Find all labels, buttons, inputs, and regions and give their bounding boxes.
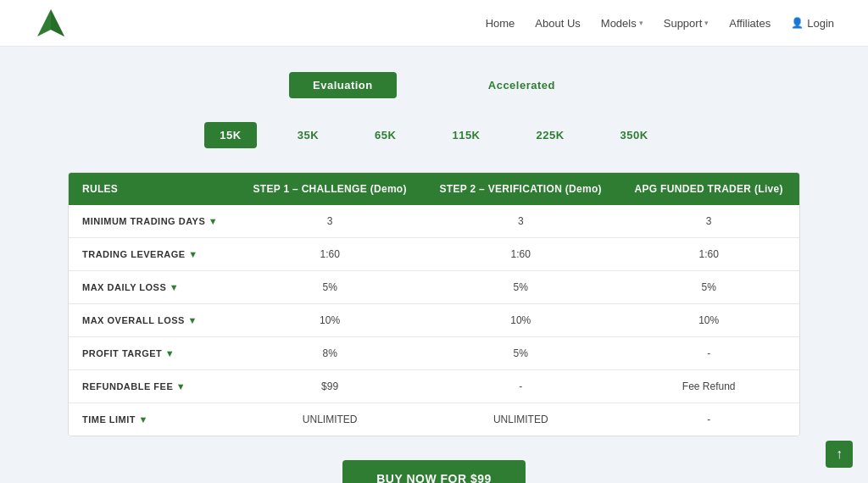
nav: Home About Us Models ▾ Support ▾ Affilia… <box>486 17 834 30</box>
models-dropdown-icon: ▾ <box>639 19 643 27</box>
cell-max-overall-loss-step2: 10% <box>423 304 618 337</box>
cell-trading-leverage-step1: 1:60 <box>236 238 423 271</box>
cell-time-limit-step2: UNLIMITED <box>423 403 618 436</box>
amount-15k[interactable]: 15K <box>204 122 256 148</box>
amount-115k[interactable]: 115K <box>437 122 495 148</box>
cell-refundable-fee-step1: $99 <box>236 370 423 403</box>
cell-max-overall-loss-funded: 10% <box>618 304 799 337</box>
user-icon: 👤 <box>791 17 804 29</box>
row-label-profit-target[interactable]: PROFIT TARGET ▼ <box>69 337 236 370</box>
col-header-rules: RULES <box>69 173 236 205</box>
nav-about[interactable]: About Us <box>535 17 580 30</box>
rules-table-wrapper: RULES STEP 1 – CHALLENGE (Demo) STEP 2 –… <box>68 172 800 436</box>
cell-max-overall-loss-step1: 10% <box>236 304 423 337</box>
nav-affiliates[interactable]: Affiliates <box>729 17 771 30</box>
profit-target-arrow: ▼ <box>165 348 175 358</box>
cell-time-limit-funded: - <box>618 403 799 436</box>
table-row: PROFIT TARGET ▼ 8% 5% - <box>69 337 799 370</box>
table-row: MINIMUM TRADING DAYS ▼ 3 3 3 <box>69 205 799 238</box>
table-row: MAX OVERALL LOSS ▼ 10% 10% 10% <box>69 304 799 337</box>
support-dropdown-icon: ▾ <box>704 19 709 27</box>
col-header-funded: APG FUNDED TRADER (Live) <box>618 173 799 205</box>
cell-trading-leverage-funded: 1:60 <box>618 238 799 271</box>
cell-min-trading-days-step2: 3 <box>423 205 618 238</box>
amount-225k[interactable]: 225K <box>521 122 580 148</box>
buy-now-button[interactable]: BUY NOW FOR $99 <box>342 460 526 483</box>
trading-leverage-arrow: ▼ <box>188 249 198 259</box>
table-row: TIME LIMIT ▼ UNLIMITED UNLIMITED - <box>69 403 799 436</box>
amount-65k[interactable]: 65K <box>359 122 411 148</box>
row-label-max-daily-loss[interactable]: MAX DAILY LOSS ▼ <box>69 271 236 304</box>
max-overall-loss-arrow: ▼ <box>187 315 197 325</box>
col-header-step2: STEP 2 – VERIFICATION (Demo) <box>423 173 618 205</box>
header: Home About Us Models ▾ Support ▾ Affilia… <box>0 0 868 47</box>
login-link[interactable]: 👤 Login <box>791 17 834 30</box>
cell-trading-leverage-step2: 1:60 <box>423 238 618 271</box>
amount-row: 15K 35K 65K 115K 225K 350K <box>68 122 800 148</box>
row-label-time-limit[interactable]: TIME LIMIT ▼ <box>69 403 236 436</box>
amount-350k[interactable]: 350K <box>605 122 664 148</box>
amount-35k[interactable]: 35K <box>282 122 334 148</box>
nav-models[interactable]: Models ▾ <box>601 17 643 30</box>
cell-refundable-fee-step2: - <box>423 370 618 403</box>
cell-time-limit-step1: UNLIMITED <box>236 403 423 436</box>
cell-max-daily-loss-step1: 5% <box>236 271 423 304</box>
tab-accelerated[interactable]: Accelerated <box>465 72 579 98</box>
cell-min-trading-days-funded: 3 <box>618 205 799 238</box>
rules-table: RULES STEP 1 – CHALLENGE (Demo) STEP 2 –… <box>69 173 799 436</box>
refundable-fee-arrow: ▼ <box>176 381 186 391</box>
nav-home[interactable]: Home <box>486 17 515 30</box>
max-daily-loss-arrow: ▼ <box>170 282 179 292</box>
row-label-refundable-fee[interactable]: REFUNDABLE FEE ▼ <box>69 370 236 403</box>
row-label-max-overall-loss[interactable]: MAX OVERALL LOSS ▼ <box>69 304 236 337</box>
cell-refundable-fee-funded: Fee Refund <box>618 370 799 403</box>
table-row: REFUNDABLE FEE ▼ $99 - Fee Refund <box>69 370 799 403</box>
nav-support[interactable]: Support ▾ <box>664 17 709 30</box>
tab-evaluation[interactable]: Evaluation <box>289 72 397 98</box>
cell-profit-target-step2: 5% <box>423 337 618 370</box>
table-row: MAX DAILY LOSS ▼ 5% 5% 5% <box>69 271 799 304</box>
buy-row: BUY NOW FOR $99 <box>68 460 800 483</box>
cell-profit-target-funded: - <box>618 337 799 370</box>
main-content: Evaluation Accelerated 15K 35K 65K 115K … <box>0 47 868 483</box>
row-label-min-trading-days[interactable]: MINIMUM TRADING DAYS ▼ <box>69 205 236 238</box>
cell-profit-target-step1: 8% <box>236 337 423 370</box>
cell-min-trading-days-step1: 3 <box>236 205 423 238</box>
cell-max-daily-loss-step2: 5% <box>423 271 618 304</box>
table-header-row: RULES STEP 1 – CHALLENGE (Demo) STEP 2 –… <box>69 173 799 205</box>
min-trading-days-arrow: ▼ <box>209 216 218 226</box>
table-row: TRADING LEVERAGE ▼ 1:60 1:60 1:60 <box>69 238 799 271</box>
tab-row: Evaluation Accelerated <box>68 72 800 98</box>
row-label-trading-leverage[interactable]: TRADING LEVERAGE ▼ <box>69 238 236 271</box>
time-limit-arrow: ▼ <box>139 414 148 425</box>
cell-max-daily-loss-funded: 5% <box>618 271 799 304</box>
scroll-to-top-button[interactable]: ↑ <box>826 441 853 468</box>
col-header-step1: STEP 1 – CHALLENGE (Demo) <box>236 173 423 205</box>
svg-marker-1 <box>51 9 64 36</box>
logo <box>34 6 68 40</box>
